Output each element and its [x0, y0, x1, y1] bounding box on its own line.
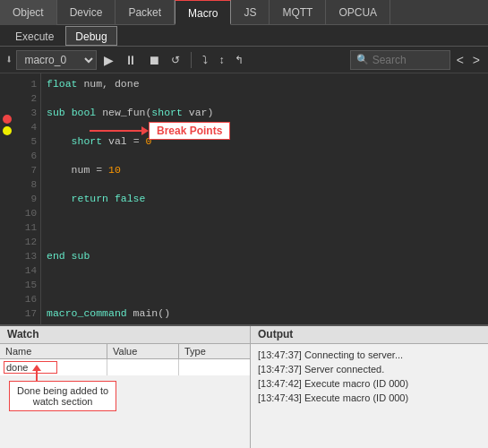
sub-tabs: Execute Debug: [0, 25, 488, 47]
search-box[interactable]: 🔍: [350, 50, 450, 70]
next-button[interactable]: >: [470, 51, 483, 69]
watch-annotation: Done being added towatch section: [9, 381, 241, 411]
watch-cell-name[interactable]: [0, 359, 107, 375]
breakpoint-column: [0, 73, 14, 324]
code-editor[interactable]: float num, done sub bool new_fun(short v…: [41, 73, 488, 324]
watch-header-value: Value: [107, 344, 179, 358]
stop-button[interactable]: ⏹: [144, 52, 164, 68]
bp-7[interactable]: [3, 150, 12, 159]
bp-9[interactable]: [3, 173, 12, 182]
breakpoints-annotation: Break Points: [90, 122, 230, 140]
watch-headers: Name Value Type: [0, 344, 250, 359]
restart-button[interactable]: ↺: [167, 53, 184, 67]
bp-5[interactable]: [3, 126, 12, 135]
search-icon: 🔍: [356, 54, 369, 65]
sub-tab-execute[interactable]: Execute: [5, 26, 64, 46]
search-input[interactable]: [372, 54, 444, 66]
toolbar: ⬇ macro_0 ▶ ⏸ ⏹ ↺ ⤵ ↕ ↰ 🔍 < >: [0, 47, 488, 73]
watch-title: Watch: [0, 326, 250, 344]
nav-tab-macro[interactable]: Macro: [175, 0, 231, 25]
bp-14[interactable]: [3, 231, 12, 240]
watch-cell-value: [107, 359, 179, 375]
bp-2[interactable]: [3, 91, 12, 100]
output-line-2: [13:47:37] Server connected.: [258, 362, 481, 376]
top-nav: Object Device Packet Macro JS MQTT OPCUA: [0, 0, 488, 25]
bp-4[interactable]: [3, 115, 12, 124]
watch-header-type: Type: [179, 344, 250, 358]
bp-1[interactable]: [3, 80, 12, 89]
watch-panel: Watch Name Value Type Done being added t…: [0, 326, 251, 448]
download-icon: ⬇: [5, 52, 13, 67]
bp-6[interactable]: [3, 138, 12, 147]
bp-17[interactable]: [3, 266, 12, 275]
nav-tab-object[interactable]: Object: [0, 0, 57, 25]
step-out-button[interactable]: ↰: [231, 53, 247, 67]
bp-12[interactable]: [3, 208, 12, 217]
macro-select[interactable]: macro_0: [16, 50, 97, 70]
watch-header-name: Name: [0, 344, 107, 358]
output-line-3: [13:47:42] Execute macro (ID 000): [258, 376, 481, 391]
watch-cell-type: [179, 359, 250, 375]
watch-name-input[interactable]: [4, 361, 57, 374]
nav-tab-packet[interactable]: Packet: [116, 0, 175, 25]
bp-16[interactable]: [3, 254, 12, 263]
nav-tab-js[interactable]: JS: [231, 0, 270, 25]
watch-annotation-arrow: [36, 370, 38, 381]
bp-15[interactable]: [3, 243, 12, 252]
bp-20[interactable]: [3, 301, 12, 310]
run-button[interactable]: ▶: [100, 52, 117, 68]
step-over-button[interactable]: ↕: [215, 53, 227, 67]
bp-10[interactable]: [3, 185, 12, 194]
sub-tab-debug[interactable]: Debug: [65, 26, 116, 46]
watch-annotation-label: Done being added towatch section: [9, 381, 116, 411]
bp-13[interactable]: [3, 220, 12, 228]
prev-button[interactable]: <: [454, 51, 467, 69]
pause-button[interactable]: ⏸: [121, 52, 141, 68]
separator-1: [191, 52, 192, 68]
output-line-1: [13:47:37] Connecting to server...: [258, 348, 481, 362]
output-line-4: [13:47:43] Execute macro (ID 000): [258, 391, 481, 405]
output-content: [13:47:37] Connecting to server... [13:4…: [251, 344, 488, 409]
nav-tab-opcua[interactable]: OPCUA: [326, 0, 390, 25]
bp-3[interactable]: [3, 103, 12, 112]
breakpoints-arrow: [90, 130, 143, 132]
nav-tab-mqtt[interactable]: MQTT: [270, 0, 326, 25]
editor-area: 12345 678910 1112131415 1617181920 21 fl…: [0, 73, 488, 324]
bottom-panel: Watch Name Value Type Done being added t…: [0, 324, 488, 448]
output-panel: Output [13:47:37] Connecting to server..…: [251, 326, 488, 448]
output-title: Output: [251, 326, 488, 344]
breakpoints-label: Break Points: [149, 122, 230, 140]
nav-tab-device[interactable]: Device: [57, 0, 116, 25]
bp-11[interactable]: [3, 196, 12, 205]
step-into-button[interactable]: ⤵: [199, 53, 211, 67]
bp-8[interactable]: [3, 161, 12, 170]
line-numbers: 12345 678910 1112131415 1617181920 21: [14, 73, 41, 324]
bp-21[interactable]: [3, 313, 12, 322]
bp-18[interactable]: [3, 278, 12, 287]
bp-19[interactable]: [3, 289, 12, 298]
